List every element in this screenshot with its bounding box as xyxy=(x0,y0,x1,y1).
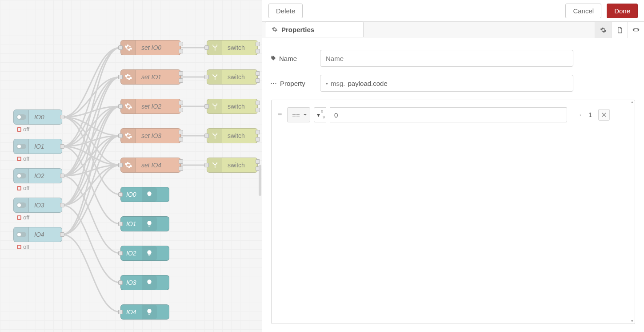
node-label: IO1 xyxy=(29,143,50,150)
inject-node-io1[interactable]: IO1 xyxy=(13,139,62,154)
tab-form-button[interactable] xyxy=(595,22,611,38)
rule-row: ≡ == ▾ 09 → 1 xyxy=(275,105,631,128)
inject-icon xyxy=(14,139,29,154)
node-label: IO2 xyxy=(121,250,142,257)
node-label: IO1 xyxy=(121,220,142,227)
switch-node-3[interactable]: switch xyxy=(207,128,258,143)
node-label: IO3 xyxy=(29,202,50,209)
inject-node-io2[interactable]: IO2 xyxy=(13,168,62,183)
node-label: IO2 xyxy=(29,172,50,179)
node-label: switch xyxy=(222,132,250,139)
change-node-io2[interactable]: set IO2 xyxy=(120,99,181,114)
inject-icon xyxy=(14,198,29,212)
ellipsis-icon: ⋯ xyxy=(270,79,277,87)
node-status: off xyxy=(17,126,29,133)
gear-icon xyxy=(121,99,136,113)
lamp-icon xyxy=(142,217,157,231)
rule-operator-select[interactable]: == xyxy=(287,107,310,122)
switch-icon xyxy=(207,70,222,84)
inject-icon xyxy=(14,227,29,242)
drag-handle-icon[interactable]: ≡ xyxy=(276,111,284,119)
node-label: IO4 xyxy=(29,231,50,238)
node-label: switch xyxy=(222,162,250,169)
tag-icon xyxy=(270,55,276,61)
node-status: off xyxy=(17,243,29,250)
rules-list: ▴ ≡ == ▾ 09 → 1 ▾ xyxy=(271,100,635,324)
node-label: IO0 xyxy=(29,113,50,121)
inject-node-io4[interactable]: IO4 xyxy=(13,227,62,242)
change-node-io4[interactable]: set IO4 xyxy=(120,158,181,173)
node-label: set IO0 xyxy=(136,44,167,51)
tab-label: Properties xyxy=(281,26,314,33)
gear-icon xyxy=(600,27,607,33)
gear-icon xyxy=(121,158,136,172)
inject-icon xyxy=(14,169,29,183)
change-node-io1[interactable]: set IO1 xyxy=(120,69,181,85)
switch-node-2[interactable]: switch xyxy=(207,99,258,114)
lamp-icon xyxy=(142,246,157,260)
node-label: IO3 xyxy=(121,279,142,286)
scroll-down-icon[interactable]: ▾ xyxy=(629,319,635,324)
switch-node-4[interactable]: switch xyxy=(207,158,258,173)
lamp-node-io2[interactable]: IO2 xyxy=(120,246,169,261)
lamp-icon xyxy=(142,275,157,290)
lamp-icon xyxy=(142,187,157,202)
delete-button[interactable]: Delete xyxy=(268,4,303,18)
switch-icon xyxy=(207,99,222,113)
lamp-icon xyxy=(142,305,157,319)
svg-point-1 xyxy=(633,29,634,31)
switch-icon xyxy=(207,40,222,55)
property-label: ⋯ Property xyxy=(270,79,320,87)
inject-node-io0[interactable]: IO0 xyxy=(13,109,62,125)
rule-type-select[interactable]: ▾ 09 xyxy=(314,107,326,122)
node-status: off xyxy=(17,185,29,191)
gear-icon xyxy=(272,26,278,32)
gear-icon xyxy=(121,129,136,143)
tab-appearance-button[interactable] xyxy=(628,22,644,38)
node-label: IO0 xyxy=(121,191,142,198)
lamp-node-io1[interactable]: IO1 xyxy=(120,216,169,231)
node-label: set IO3 xyxy=(136,132,167,139)
node-icon xyxy=(632,26,640,33)
lamp-node-io3[interactable]: IO3 xyxy=(120,275,169,290)
node-status: off xyxy=(17,155,29,162)
node-label: set IO2 xyxy=(136,103,167,110)
caret-down-icon[interactable]: ▾ xyxy=(326,81,328,86)
gear-icon xyxy=(121,70,136,84)
node-label: set IO1 xyxy=(136,73,167,81)
file-icon xyxy=(616,27,623,33)
node-status: off xyxy=(17,214,29,221)
switch-icon xyxy=(207,158,222,172)
property-input[interactable] xyxy=(348,80,568,87)
flow-canvas[interactable]: IO0 off IO1 off IO2 off IO3 off IO4 off … xyxy=(0,0,262,332)
node-label: set IO4 xyxy=(136,162,167,169)
node-label: switch xyxy=(222,44,250,51)
switch-node-1[interactable]: switch xyxy=(207,69,258,85)
rule-value-input[interactable] xyxy=(330,107,567,122)
property-input-wrapper: ▾ msg. xyxy=(320,75,573,92)
tab-description-button[interactable] xyxy=(611,22,628,38)
switch-node-0[interactable]: switch xyxy=(207,40,258,55)
node-label: IO4 xyxy=(121,308,142,316)
switch-icon xyxy=(207,129,222,143)
change-node-io3[interactable]: set IO3 xyxy=(120,128,181,143)
inject-node-io3[interactable]: IO3 xyxy=(13,198,62,213)
tab-properties[interactable]: Properties xyxy=(265,21,364,37)
lamp-node-io0[interactable]: IO0 xyxy=(120,187,169,202)
close-icon xyxy=(602,113,606,117)
done-button[interactable]: Done xyxy=(607,4,638,18)
change-node-io0[interactable]: set IO0 xyxy=(120,40,181,55)
svg-point-2 xyxy=(638,29,639,31)
canvas-scrollbar[interactable] xyxy=(259,165,261,196)
arrow-right-icon: → xyxy=(576,111,582,118)
node-label: switch xyxy=(222,73,250,81)
cancel-button[interactable]: Cancel xyxy=(565,4,601,18)
remove-rule-button[interactable] xyxy=(598,109,610,121)
property-prefix: msg. xyxy=(331,80,345,87)
name-input[interactable] xyxy=(326,55,568,62)
edit-panel: Delete Cancel Done Properties Name xyxy=(262,0,644,332)
scroll-up-icon[interactable]: ▴ xyxy=(629,100,635,105)
lamp-node-io4[interactable]: IO4 xyxy=(120,304,169,320)
inject-icon xyxy=(14,110,29,124)
name-input-wrapper xyxy=(320,50,573,67)
